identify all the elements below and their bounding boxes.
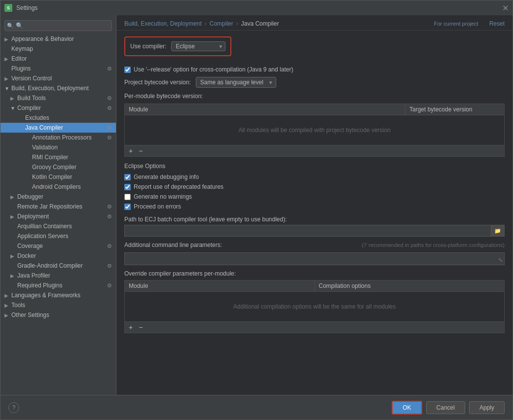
sidebar-item-deployment[interactable]: ▶ Deployment ⚙ xyxy=(0,211,116,221)
add-module-button[interactable]: + xyxy=(127,147,135,154)
expand-arrow xyxy=(10,234,15,239)
sidebar-item-required-plugins[interactable]: Required Plugins ⚙ xyxy=(0,280,116,290)
eclipse-title: Eclipse Options xyxy=(124,163,505,170)
sidebar-item-tools[interactable]: ▶ Tools xyxy=(0,300,116,310)
sidebar-item-arquillian[interactable]: Arquillian Containers xyxy=(0,221,116,231)
module-table-controls: + − xyxy=(125,145,504,156)
sidebar-item-label: Keymap xyxy=(11,45,33,52)
compiler-settings-icon: ⚙ xyxy=(107,105,112,111)
sidebar-item-validation[interactable]: Validation xyxy=(0,142,116,152)
sidebar-item-version-control[interactable]: ▶ Version Control xyxy=(0,73,116,83)
sidebar-item-groovy-compiler[interactable]: Groovy Compiler xyxy=(0,162,116,172)
no-warnings-checkbox[interactable] xyxy=(124,194,131,200)
reset-link[interactable]: Reset xyxy=(489,20,505,27)
sidebar-item-keymap[interactable]: Keymap xyxy=(0,44,116,54)
expand-arrow: ▶ xyxy=(10,96,15,101)
breadcrumb-sep1: › xyxy=(205,20,207,27)
footer: ? OK Cancel Apply xyxy=(0,395,513,420)
add-override-button[interactable]: + xyxy=(127,324,135,331)
module-table: Module Target bytecode version All modul… xyxy=(124,104,505,157)
sidebar-item-debugger[interactable]: ▶ Debugger xyxy=(0,192,116,202)
expand-arrow: ▶ xyxy=(4,76,9,81)
per-module-section: Per-module bytecode version: Module Targ… xyxy=(124,93,505,157)
sidebar-item-label: Build, Execution, Deployment xyxy=(11,85,89,92)
sidebar-item-appearance[interactable]: ▶ Appearance & Behavior xyxy=(0,34,116,44)
proceed-errors-label: Proceed on errors xyxy=(134,203,181,210)
deployment-icon: ⚙ xyxy=(107,213,112,220)
remove-override-button[interactable]: − xyxy=(137,324,145,331)
compiler-select[interactable]: Eclipse Javac Jikes Eclipse (batch) xyxy=(171,41,225,51)
window-title: Settings xyxy=(16,4,37,11)
sidebar-item-label: Compiler xyxy=(17,105,41,111)
sidebar-item-application-servers[interactable]: Application Servers xyxy=(0,231,116,241)
ok-button[interactable]: OK xyxy=(392,401,422,415)
ecj-path-label: Path to ECJ batch compiler tool (leave e… xyxy=(124,216,505,223)
override-empty-text: Additional compilation options will be t… xyxy=(223,293,406,320)
ecj-path-input[interactable] xyxy=(125,225,491,236)
sidebar-item-rmi-compiler[interactable]: RMI Compiler xyxy=(0,152,116,162)
expand-arrow xyxy=(10,244,15,249)
no-warnings-row: Generate no warnings xyxy=(124,193,505,200)
release-option-checkbox[interactable] xyxy=(124,67,131,73)
bytecode-select-wrapper[interactable]: Same as language level ▼ xyxy=(196,77,276,88)
sidebar-item-java-profiler[interactable]: ▶ Java Profiler xyxy=(0,271,116,280)
sidebar-item-docker[interactable]: ▶ Docker xyxy=(0,251,116,261)
sidebar-item-other-settings[interactable]: ▶ Other Settings xyxy=(0,310,116,320)
expand-arrow: ▼ xyxy=(10,105,15,111)
module-col-module: Module xyxy=(125,104,405,115)
search-input[interactable] xyxy=(4,20,112,31)
apply-button[interactable]: Apply xyxy=(469,401,505,414)
expand-arrow xyxy=(10,263,15,269)
breadcrumb: Build, Execution, Deployment › Compiler … xyxy=(116,15,513,31)
expand-arrow xyxy=(18,125,23,131)
sidebar-item-plugins[interactable]: Plugins ⚙ xyxy=(0,64,116,73)
compiler-label: Use compiler: xyxy=(130,43,166,50)
cmdline-note: ('/' recommended in paths for cross-plat… xyxy=(362,242,505,248)
proceed-errors-row: Proceed on errors xyxy=(124,203,505,210)
sidebar-item-android-compilers[interactable]: Android Compilers xyxy=(0,182,116,192)
sidebar-item-kotlin-compiler[interactable]: Kotlin Compiler xyxy=(0,172,116,182)
annotation-icon: ⚙ xyxy=(107,135,112,141)
settings-icon: ⚙ xyxy=(107,95,112,102)
expand-arrow xyxy=(18,115,23,121)
sidebar-item-annotation-processors[interactable]: Annotation Processors ⚙ xyxy=(0,133,116,142)
sidebar-item-coverage[interactable]: Coverage ⚙ xyxy=(0,241,116,251)
java-compiler-icon: ⚙ xyxy=(107,125,112,131)
ecj-browse-button[interactable]: 📁 xyxy=(491,225,504,236)
expand-arrow: ▶ xyxy=(10,194,15,200)
sidebar-item-label: Coverage xyxy=(17,243,43,249)
sidebar-item-editor[interactable]: ▶ Editor xyxy=(0,54,116,64)
sidebar-item-languages-frameworks[interactable]: ▶ Languages & Frameworks xyxy=(0,290,116,300)
sidebar-item-build-exec-deploy[interactable]: ▼ Build, Execution, Deployment xyxy=(0,83,116,93)
sidebar-item-label: Languages & Frameworks xyxy=(11,292,80,299)
expand-arrow: ▶ xyxy=(4,293,9,298)
bytecode-select[interactable]: Same as language level xyxy=(196,77,276,87)
deprecated-checkbox[interactable] xyxy=(124,184,131,190)
sidebar-item-remote-jar[interactable]: Remote Jar Repositories ⚙ xyxy=(0,202,116,211)
remove-module-button[interactable]: − xyxy=(137,147,145,154)
sidebar-item-label: Kotlin Compiler xyxy=(32,174,72,180)
sidebar-item-label: Java Compiler xyxy=(25,124,63,131)
close-button[interactable]: ✕ xyxy=(502,3,509,13)
breadcrumb-part1[interactable]: Build, Execution, Deployment xyxy=(124,20,202,27)
sidebar-item-excludes[interactable]: Excludes xyxy=(0,113,116,123)
expand-icon[interactable]: ⤡ xyxy=(498,257,503,263)
release-option-label: Use '--release' option for cross-compila… xyxy=(134,66,293,73)
cancel-button[interactable]: Cancel xyxy=(426,401,465,414)
proceed-errors-checkbox[interactable] xyxy=(124,204,131,210)
sidebar-item-gradle-android[interactable]: Gradle-Android Compiler ⚙ xyxy=(0,261,116,271)
sidebar-item-label: Annotation Processors xyxy=(32,134,92,141)
sidebar-item-label: Remote Jar Repositories xyxy=(17,203,82,210)
sidebar-item-build-tools[interactable]: ▶ Build Tools ⚙ xyxy=(0,93,116,103)
search-box[interactable]: 🔍 xyxy=(4,20,112,31)
debug-info-checkbox[interactable] xyxy=(124,174,131,180)
sidebar-item-compiler[interactable]: ▼ Compiler ⚙ xyxy=(0,103,116,113)
sidebar-item-label: Debugger xyxy=(17,193,43,200)
breadcrumb-part2[interactable]: Compiler xyxy=(210,20,233,27)
cmdline-input[interactable] xyxy=(125,253,504,265)
compiler-select-wrapper[interactable]: Eclipse Javac Jikes Eclipse (batch) ▼ xyxy=(171,41,225,51)
project-label: For current project xyxy=(434,21,478,27)
sidebar-item-java-compiler[interactable]: Java Compiler ⚙ xyxy=(0,123,116,133)
help-button[interactable]: ? xyxy=(8,402,19,413)
sidebar-item-label: Validation xyxy=(32,144,58,151)
